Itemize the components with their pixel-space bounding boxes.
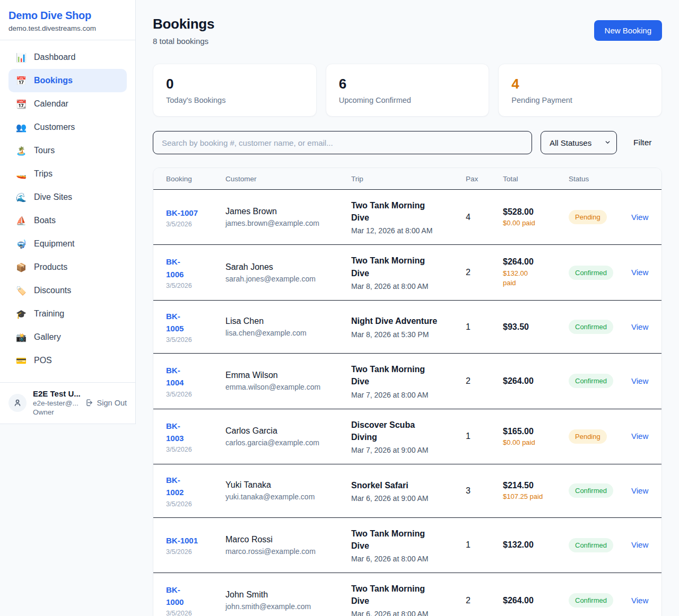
sidebar-item-label: Products (34, 262, 67, 272)
status-badge: Confirmed (569, 538, 613, 552)
booking-id-link[interactable]: BK-1004 (166, 364, 197, 389)
sidebar-item-label: Bookings (34, 76, 73, 85)
total-amount: $165.00 (503, 427, 569, 436)
package-icon: 📦 (16, 262, 27, 272)
trip-time: Mar 6, 2026 at 9:00 AM (351, 494, 466, 503)
trip-time: Mar 8, 2026 at 5:30 PM (351, 330, 466, 339)
booking-id-link[interactable]: BK-1007 (166, 207, 198, 219)
total-amount: $93.50 (503, 322, 569, 332)
trip-name: Two Tank Morning Dive (351, 254, 442, 279)
paid-amount: $107.25 paid (503, 492, 569, 500)
sidebar-item-label: Gallery (34, 332, 61, 342)
booking-id-link[interactable]: BK-1005 (166, 310, 197, 335)
booking-id-link[interactable]: BK-1000 (166, 584, 197, 609)
sidebar-item-products[interactable]: 📦 Products (8, 256, 127, 279)
view-link[interactable]: View (631, 432, 648, 441)
sidebar-item-customers[interactable]: 👥 Customers (8, 116, 127, 139)
column-header-customer: Customer (225, 175, 351, 183)
user-name: E2E Test U... (33, 389, 78, 398)
trip-name: Night Dive Adventure (351, 315, 442, 327)
column-header-status: Status (569, 175, 631, 183)
table-row: BK-1005 3/5/2026 Lisa Chen lisa.chen@exa… (153, 301, 661, 354)
sidebar-item-dive-sites[interactable]: 🌊 Dive Sites (8, 186, 127, 209)
graduation-cap-icon: 🎓 (16, 309, 27, 319)
booking-id-link[interactable]: BK-1003 (166, 420, 197, 445)
customer-email: james.brown@example.com (225, 219, 351, 227)
view-link[interactable]: View (631, 213, 648, 222)
sidebar-item-discounts[interactable]: 🏷️ Discounts (8, 279, 127, 302)
view-link[interactable]: View (631, 322, 648, 331)
view-link[interactable]: View (631, 596, 648, 605)
shop-name: Demo Dive Shop (8, 10, 127, 22)
filter-row: All Statuses Filter (153, 131, 662, 154)
booking-date: 3/5/2026 (166, 610, 225, 616)
sidebar-nav: 📊 Dashboard 📅 Bookings 📆 Calendar 👥 Cust… (0, 40, 135, 382)
view-link[interactable]: View (631, 268, 648, 277)
stat-label: Upcoming Confirmed (339, 96, 476, 104)
search-input[interactable] (153, 131, 532, 154)
sidebar-item-equipment[interactable]: 🤿 Equipment (8, 232, 127, 256)
view-link[interactable]: View (631, 540, 648, 549)
pax-count: 2 (466, 376, 503, 386)
speedboat-icon: 🚤 (16, 169, 27, 179)
tear-off-calendar-icon: 📆 (16, 99, 27, 109)
total-amount: $132.00 (503, 540, 569, 550)
status-select-wrap: All Statuses (541, 131, 617, 154)
filter-button[interactable]: Filter (633, 138, 651, 147)
sidebar-item-label: Boats (34, 216, 56, 225)
sidebar-item-label: Equipment (34, 239, 75, 249)
sidebar-item-dashboard[interactable]: 📊 Dashboard (8, 46, 127, 69)
pax-count: 1 (466, 540, 503, 550)
booking-id-link[interactable]: BK-1006 (166, 256, 197, 280)
sidebar-item-calendar[interactable]: 📆 Calendar (8, 92, 127, 116)
total-amount: $264.00 (503, 257, 569, 267)
pax-count: 2 (466, 268, 503, 277)
stat-card-pending-payment: 4 Pending Payment (498, 64, 662, 117)
status-badge: Pending (569, 210, 607, 224)
paid-amount: $0.00 paid (503, 438, 569, 446)
sidebar-item-gallery[interactable]: 📸 Gallery (8, 325, 127, 349)
sidebar-item-label: Training (34, 309, 64, 319)
user-meta: E2E Test U... e2e-tester@... Owner (33, 389, 78, 416)
status-badge: Confirmed (569, 266, 613, 280)
page-title: Bookings (153, 16, 214, 32)
main-content: Bookings 8 total bookings New Booking 0 … (136, 0, 679, 616)
customer-name: Marco Rossi (225, 535, 351, 544)
sidebar-item-trips[interactable]: 🚤 Trips (8, 162, 127, 186)
sidebar-item-training[interactable]: 🎓 Training (8, 302, 127, 325)
trip-time: Mar 6, 2026 at 8:00 AM (351, 610, 466, 616)
new-booking-button[interactable]: New Booking (594, 20, 662, 41)
table-row: BK-1003 3/5/2026 Carlos Garcia carlos.ga… (153, 409, 661, 464)
shop-domain: demo.test.divestreams.com (8, 24, 127, 32)
people-icon: 👥 (16, 122, 27, 133)
camera-icon: 📸 (16, 332, 27, 342)
customer-name: Carlos Garcia (225, 426, 351, 436)
sidebar-item-tours[interactable]: 🏝️ Tours (8, 139, 127, 162)
sign-out-button[interactable]: Sign Out (84, 398, 127, 407)
customer-name: Emma Wilson (225, 371, 351, 380)
person-icon (13, 398, 22, 408)
sidebar-item-bookings[interactable]: 📅 Bookings (8, 69, 127, 92)
total-amount: $528.00 (503, 207, 569, 217)
sidebar-item-label: POS (34, 356, 52, 365)
column-header-total: Total (503, 175, 569, 183)
booking-id-link[interactable]: BK-1001 (166, 534, 198, 547)
view-link[interactable]: View (631, 376, 648, 385)
sidebar-item-pos[interactable]: 💳 POS (8, 349, 127, 372)
customer-email: yuki.tanaka@example.com (225, 492, 351, 501)
trip-time: Mar 7, 2026 at 9:00 AM (351, 446, 466, 454)
sidebar-item-label: Discounts (34, 286, 71, 295)
booking-id-link[interactable]: BK-1002 (166, 474, 197, 499)
customer-name: John Smith (225, 590, 351, 600)
booking-date: 3/5/2026 (166, 221, 225, 228)
page-header: Bookings 8 total bookings New Booking (153, 16, 662, 46)
sign-out-icon (84, 398, 93, 407)
status-select[interactable]: All Statuses (541, 131, 617, 154)
table-row: BK-1002 3/5/2026 Yuki Tanaka yuki.tanaka… (153, 464, 661, 518)
customer-email: lisa.chen@example.com (225, 329, 351, 337)
pax-count: 3 (466, 486, 503, 496)
sidebar-item-boats[interactable]: ⛵ Boats (8, 209, 127, 232)
view-link[interactable]: View (631, 486, 648, 495)
brand-block: Demo Dive Shop demo.test.divestreams.com (0, 0, 135, 40)
table-row: BK-1000 3/5/2026 John Smith john.smith@e… (153, 573, 661, 616)
